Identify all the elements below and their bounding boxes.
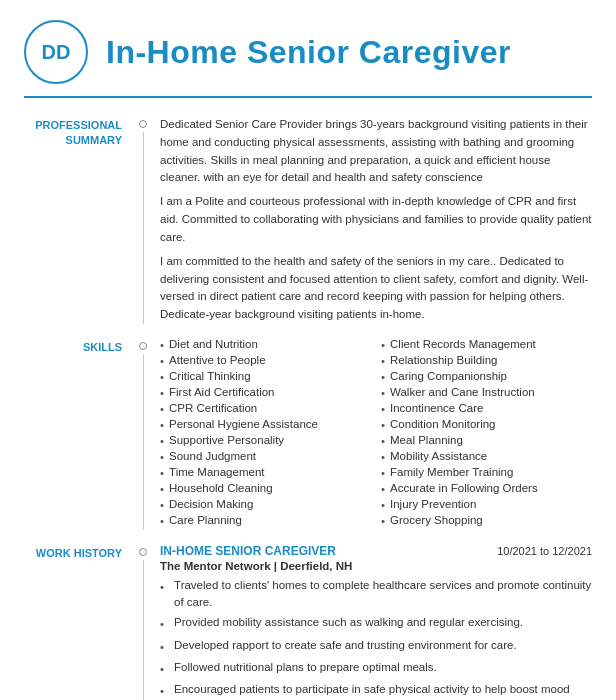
bullet-icon: • [160, 483, 164, 495]
bullet-icon: • [381, 467, 385, 479]
skills-section: SKILLS •Diet and Nutrition•Attentive to … [24, 338, 592, 530]
work-content: IN-HOME SENIOR CAREGIVER10/2021 to 12/20… [152, 544, 592, 700]
bullet-icon: • [160, 579, 164, 596]
bullet-icon: • [160, 515, 164, 527]
skill-item: •Condition Monitoring [381, 418, 592, 431]
bullet-icon: • [381, 419, 385, 431]
bullet-icon: • [160, 355, 164, 367]
work-bullet-item: •Encouraged patients to participate in s… [160, 681, 592, 700]
bullet-icon: • [381, 515, 385, 527]
skill-item: •Accurate in Following Orders [381, 482, 592, 495]
skill-item: •Time Management [160, 466, 371, 479]
bullet-icon: • [381, 371, 385, 383]
skill-item: •Sound Judgment [160, 450, 371, 463]
skill-item: •Walker and Cane Instruction [381, 386, 592, 399]
bullet-icon: • [381, 499, 385, 511]
bullet-icon: • [160, 616, 164, 633]
section-dot [139, 548, 147, 556]
job-entry: IN-HOME SENIOR CAREGIVER10/2021 to 12/20… [160, 544, 592, 700]
bullet-icon: • [381, 387, 385, 399]
employer-name: The Mentor Network | Deerfield, NH [160, 560, 592, 572]
work-bullet-item: •Developed rapport to create safe and tr… [160, 637, 592, 656]
skills-label: SKILLS [24, 340, 122, 355]
avatar: DD [24, 20, 88, 84]
work-bullet-item: •Provided mobility assistance such as wa… [160, 614, 592, 633]
skill-item: •CPR Certification [160, 402, 371, 415]
bullet-icon: • [160, 499, 164, 511]
summary-label: PROFESSIONALSUMMARY [24, 118, 122, 149]
skills-right-col: •Client Records Management•Relationship … [381, 338, 592, 530]
skills-left-col: •Diet and Nutrition•Attentive to People•… [160, 338, 371, 530]
skill-item: •Grocery Shopping [381, 514, 592, 527]
work-label-col: WORK HISTORY [24, 544, 134, 700]
summary-label-col: PROFESSIONALSUMMARY [24, 116, 134, 324]
bullet-icon: • [381, 355, 385, 367]
resume-container: DD In-Home Senior Caregiver PROFESSIONAL… [0, 0, 616, 700]
bullet-icon: • [160, 435, 164, 447]
skill-item: •Meal Planning [381, 434, 592, 447]
work-bullet-item: •Followed nutritional plans to prepare o… [160, 659, 592, 678]
skill-item: •Caring Companionship [381, 370, 592, 383]
skill-item: •Household Cleaning [160, 482, 371, 495]
skill-item: •First Aid Certification [160, 386, 371, 399]
skill-item: •Care Planning [160, 514, 371, 527]
bullet-icon: • [160, 371, 164, 383]
job-header: IN-HOME SENIOR CAREGIVER10/2021 to 12/20… [160, 544, 592, 558]
skill-item: •Diet and Nutrition [160, 338, 371, 351]
divider-line [143, 354, 144, 530]
skill-item: •Decision Making [160, 498, 371, 511]
bullet-icon: • [160, 451, 164, 463]
summary-content: Dedicated Senior Care Provider brings 30… [152, 116, 592, 324]
skill-item: •Injury Prevention [381, 498, 592, 511]
divider-line [143, 560, 144, 700]
work-bullets: •Traveled to clients' homes to complete … [160, 577, 592, 700]
bullet-icon: • [381, 339, 385, 351]
section-dot [139, 120, 147, 128]
skills-divider [134, 338, 152, 530]
bullet-icon: • [160, 403, 164, 415]
job-title: IN-HOME SENIOR CAREGIVER [160, 544, 336, 558]
summary-para-3: I am committed to the health and safety … [160, 253, 592, 324]
section-dot [139, 342, 147, 350]
bullet-icon: • [381, 483, 385, 495]
skill-item: •Personal Hygiene Assistance [160, 418, 371, 431]
bullet-icon: • [381, 435, 385, 447]
work-label: WORK HISTORY [24, 546, 122, 561]
header: DD In-Home Senior Caregiver [24, 20, 592, 98]
summary-divider [134, 116, 152, 324]
bullet-icon: • [160, 419, 164, 431]
bullet-icon: • [160, 387, 164, 399]
skills-content: •Diet and Nutrition•Attentive to People•… [152, 338, 592, 530]
divider-line [143, 132, 144, 324]
skill-item: •Family Member Training [381, 466, 592, 479]
skill-item: •Supportive Personality [160, 434, 371, 447]
bullet-icon: • [160, 639, 164, 656]
summary-para-2: I am a Polite and courteous professional… [160, 193, 592, 246]
summary-section: PROFESSIONALSUMMARY Dedicated Senior Car… [24, 116, 592, 324]
job-dates: 10/2021 to 12/2021 [497, 545, 592, 557]
skill-item: •Incontinence Care [381, 402, 592, 415]
bullet-icon: • [381, 451, 385, 463]
work-divider [134, 544, 152, 700]
skill-item: •Attentive to People [160, 354, 371, 367]
skill-item: •Mobility Assistance [381, 450, 592, 463]
skill-item: •Critical Thinking [160, 370, 371, 383]
bullet-icon: • [160, 339, 164, 351]
work-history-section: WORK HISTORY IN-HOME SENIOR CAREGIVER10/… [24, 544, 592, 700]
skill-item: •Client Records Management [381, 338, 592, 351]
skills-label-col: SKILLS [24, 338, 134, 530]
summary-para-1: Dedicated Senior Care Provider brings 30… [160, 116, 592, 187]
page-title: In-Home Senior Caregiver [106, 34, 511, 71]
work-bullet-item: •Traveled to clients' homes to complete … [160, 577, 592, 612]
skills-grid: •Diet and Nutrition•Attentive to People•… [160, 338, 592, 530]
bullet-icon: • [160, 467, 164, 479]
skill-item: •Relationship Building [381, 354, 592, 367]
bullet-icon: • [160, 683, 164, 700]
bullet-icon: • [381, 403, 385, 415]
bullet-icon: • [160, 661, 164, 678]
